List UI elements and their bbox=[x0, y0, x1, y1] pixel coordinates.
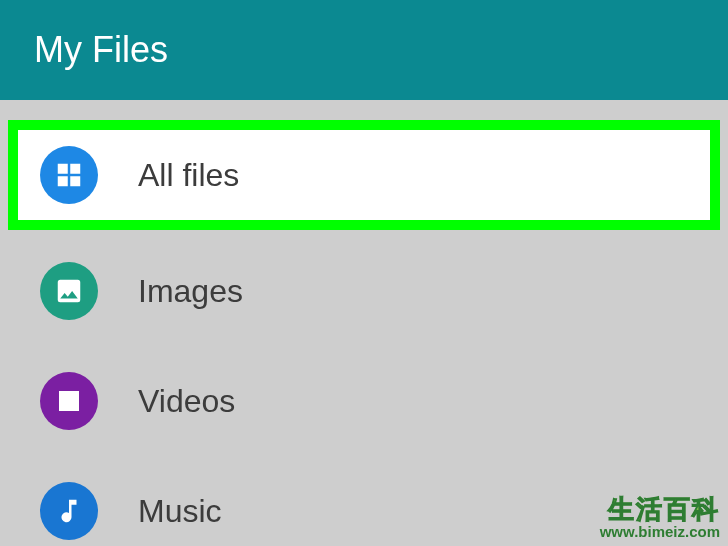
music-icon bbox=[40, 482, 98, 540]
list-item-label: Images bbox=[138, 273, 243, 310]
video-icon bbox=[40, 372, 98, 430]
list-item-label: Music bbox=[138, 493, 222, 530]
list-item-music[interactable]: Music bbox=[0, 456, 728, 546]
highlight-frame: All files bbox=[8, 120, 720, 230]
all-files-icon bbox=[40, 146, 98, 204]
list-item-images[interactable]: Images bbox=[0, 236, 728, 346]
category-list: All files Images Videos Music bbox=[0, 100, 728, 546]
list-item-all-files[interactable]: All files bbox=[18, 130, 710, 220]
app-header: My Files bbox=[0, 0, 728, 100]
image-icon bbox=[40, 262, 98, 320]
list-item-label: Videos bbox=[138, 383, 235, 420]
page-title: My Files bbox=[34, 29, 168, 71]
list-item-label: All files bbox=[138, 157, 239, 194]
list-item-videos[interactable]: Videos bbox=[0, 346, 728, 456]
